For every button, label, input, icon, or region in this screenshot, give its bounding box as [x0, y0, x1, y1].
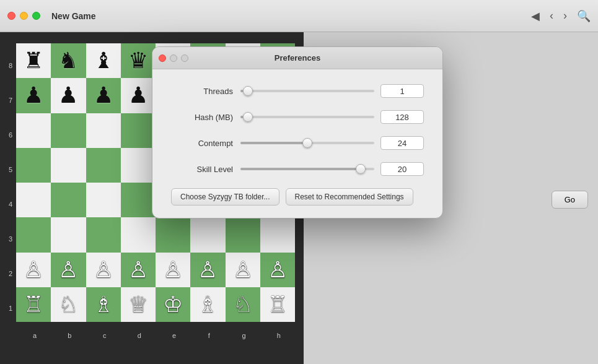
minimize-button[interactable]: [20, 12, 28, 20]
traffic-lights: [7, 12, 40, 20]
chess-cell[interactable]: ♟: [16, 78, 51, 113]
rank-8: 8: [6, 62, 15, 69]
reset-recommended-button[interactable]: Reset to Recommended Settings: [286, 188, 413, 206]
chess-cell[interactable]: ♙: [156, 253, 190, 287]
chess-cell[interactable]: [121, 113, 156, 148]
file-b: b: [52, 332, 87, 339]
rank-3: 3: [6, 235, 15, 243]
chess-cell[interactable]: ♗: [86, 287, 121, 322]
chess-cell[interactable]: [121, 148, 156, 183]
chess-cell[interactable]: ♙: [121, 253, 156, 287]
skill-level-row: Skill Level: [171, 162, 424, 176]
chess-cell[interactable]: ♙: [190, 253, 225, 287]
skill-level-input[interactable]: [380, 162, 424, 176]
chess-cell[interactable]: [16, 148, 51, 183]
chess-cell[interactable]: ♖: [16, 287, 51, 322]
go-button[interactable]: Go: [552, 191, 588, 209]
chess-cell[interactable]: [86, 148, 121, 183]
hash-row: Hash (MB): [171, 110, 424, 124]
chess-cell[interactable]: ♝: [86, 43, 121, 78]
contempt-row: Contempt: [171, 136, 424, 150]
skill-level-slider-container: [240, 162, 424, 176]
file-e: e: [157, 332, 191, 339]
hash-slider-container: [240, 110, 424, 124]
chess-cell[interactable]: [51, 217, 86, 252]
chess-cell[interactable]: [86, 217, 121, 252]
chess-cell[interactable]: [86, 183, 121, 217]
chess-cell[interactable]: ♙: [16, 253, 51, 287]
chess-cell[interactable]: ♙: [226, 253, 260, 287]
chess-cell[interactable]: ♛: [121, 43, 156, 78]
file-c: c: [87, 332, 122, 339]
chess-cell[interactable]: ♘: [226, 287, 260, 322]
pref-minimize-button[interactable]: [170, 54, 177, 62]
chess-cell[interactable]: [86, 113, 121, 148]
back-icon[interactable]: ◀: [531, 9, 540, 23]
threads-slider[interactable]: [240, 90, 374, 92]
file-labels: a b c d e f g h: [17, 332, 296, 339]
threads-row: Threads: [171, 84, 424, 98]
hash-slider[interactable]: [240, 116, 374, 118]
chess-cell[interactable]: [51, 113, 86, 148]
rank-5: 5: [6, 166, 15, 173]
contempt-label: Contempt: [171, 139, 233, 148]
chess-cell[interactable]: ♙: [260, 253, 295, 287]
chess-cell[interactable]: [156, 217, 190, 252]
choose-syzygy-button[interactable]: Choose Syzygy TB folder...: [171, 188, 279, 206]
chess-cell[interactable]: ♗: [190, 287, 225, 322]
file-g: g: [227, 332, 262, 339]
pref-maximize-button[interactable]: [181, 54, 188, 62]
file-d: d: [122, 332, 157, 339]
chess-cell[interactable]: [51, 148, 86, 183]
chess-cell[interactable]: ♙: [51, 253, 86, 287]
chess-cell[interactable]: [16, 113, 51, 148]
pref-dialog-title: Preferences: [275, 53, 320, 63]
contempt-slider[interactable]: [240, 142, 374, 144]
chess-cell[interactable]: [16, 183, 51, 217]
skill-level-slider[interactable]: [240, 168, 374, 170]
chess-cell[interactable]: [121, 183, 156, 217]
pref-buttons-row: Choose Syzygy TB folder... Reset to Reco…: [171, 188, 424, 206]
chess-cell[interactable]: [190, 217, 225, 252]
prev-icon[interactable]: ‹: [550, 9, 553, 22]
contempt-slider-container: [240, 136, 424, 150]
chess-cell[interactable]: [16, 217, 51, 252]
chess-cell[interactable]: [260, 217, 295, 252]
chess-cell[interactable]: ♘: [51, 287, 86, 322]
file-h: h: [262, 332, 296, 339]
close-button[interactable]: [7, 12, 15, 20]
threads-slider-container: [240, 84, 424, 98]
chess-cell[interactable]: ♔: [156, 287, 190, 322]
pref-body: Threads Hash (MB) Contempt: [152, 69, 442, 218]
chess-cell[interactable]: ♞: [51, 43, 86, 78]
contempt-input[interactable]: [380, 136, 424, 150]
chess-cell[interactable]: ♕: [121, 287, 156, 322]
chess-cell[interactable]: ♟: [86, 78, 121, 113]
hash-label: Hash (MB): [171, 113, 233, 122]
pref-traffic-lights: [159, 54, 188, 62]
rank-1: 1: [6, 305, 15, 312]
title-bar: New Game ◀ ‹ › 🔍: [0, 0, 598, 32]
hash-input[interactable]: [380, 110, 424, 124]
chess-cell[interactable]: ♜: [16, 43, 51, 78]
rank-4: 4: [6, 201, 15, 208]
pref-close-button[interactable]: [159, 54, 166, 62]
chess-cell[interactable]: [226, 217, 260, 252]
chess-cell[interactable]: ♖: [260, 287, 295, 322]
pref-title-bar: Preferences: [152, 47, 442, 69]
chess-cell[interactable]: ♟: [51, 78, 86, 113]
title-bar-controls: ◀ ‹ › 🔍: [531, 9, 591, 23]
chess-cell[interactable]: [51, 183, 86, 217]
threads-label: Threads: [171, 87, 233, 96]
app-title: New Game: [51, 11, 96, 21]
file-f: f: [191, 332, 226, 339]
chess-cell[interactable]: ♟: [121, 78, 156, 113]
rank-7: 7: [6, 97, 15, 104]
maximize-button[interactable]: [32, 12, 40, 20]
chess-cell[interactable]: ♙: [86, 253, 121, 287]
next-icon[interactable]: ›: [563, 9, 567, 22]
chess-cell[interactable]: [121, 217, 156, 252]
rank-6: 6: [6, 131, 15, 139]
search-icon[interactable]: 🔍: [577, 9, 591, 23]
threads-input[interactable]: [380, 84, 424, 98]
